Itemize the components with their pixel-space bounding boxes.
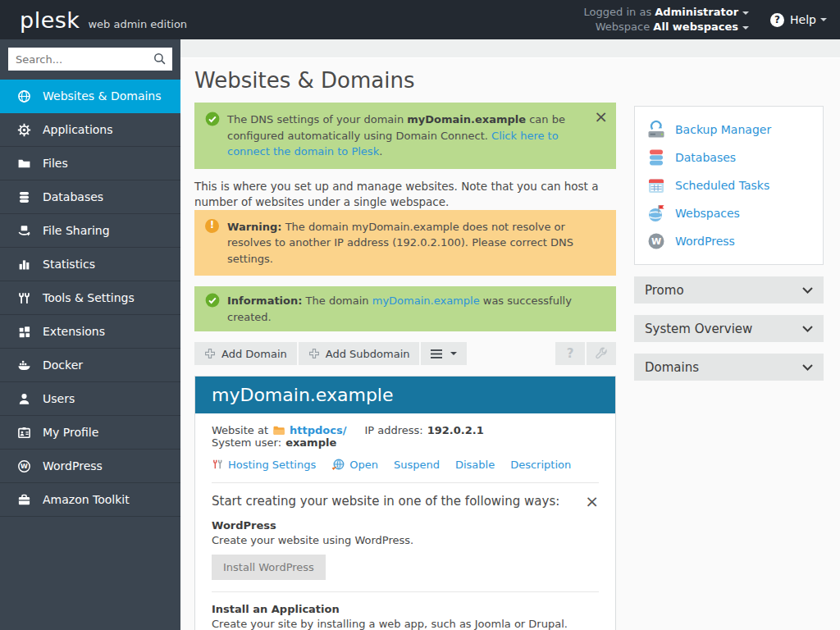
sidebar-item-wordpress[interactable]: W WordPress [0, 450, 180, 483]
domain-card: myDomain.example Website at httpdocs/ [194, 376, 616, 630]
sidebar-item-websites-domains[interactable]: Websites & Domains [0, 80, 180, 113]
search-icon [153, 52, 167, 66]
database-stack-icon [646, 148, 666, 167]
created-domain-link[interactable]: myDomain.example [372, 294, 480, 307]
wrench-icon [595, 347, 608, 360]
panel-domains[interactable]: Domains [634, 354, 824, 381]
plesk-logo-text: plesk [20, 9, 80, 31]
hosting-settings-icon [212, 458, 224, 471]
help-menu[interactable]: ? Help [770, 13, 827, 27]
globe-flag-icon [646, 203, 666, 223]
warning-icon: ! [205, 219, 219, 233]
plesk-logo-edition: web admin edition [88, 18, 187, 30]
domain-actions-row: Hosting Settings Open Suspend Disable [212, 458, 599, 471]
tools-icon [17, 291, 31, 305]
globe-icon [17, 89, 31, 103]
content-area: Websites & Domains The DNS settings of y… [180, 39, 840, 630]
docker-whale-icon [17, 358, 31, 372]
dns-warning-notice: ! Warning: The domain myDomain.example d… [194, 210, 616, 276]
help-context-button[interactable]: ? [555, 342, 585, 365]
option-app-heading: Install an Application [212, 603, 599, 615]
webspace-row: Webspace All webspaces [584, 20, 750, 34]
option-install-application: Install an Application Create your site … [212, 592, 599, 630]
panel-promo[interactable]: Promo [634, 276, 824, 304]
hamburger-menu-icon [431, 349, 443, 359]
webspace-label: Webspace [596, 21, 650, 33]
gear-icon [17, 123, 31, 137]
chevron-down-icon [802, 326, 813, 332]
sidebar-item-docker[interactable]: Docker [0, 349, 180, 382]
open-site-link[interactable]: Open [349, 459, 378, 471]
shortcut-wordpress[interactable]: W WordPress [646, 227, 811, 255]
more-actions-button[interactable] [421, 342, 467, 365]
dns-connect-notice: The DNS settings of your domain myDomain… [194, 103, 616, 169]
shortcuts-card: Backup Manager Databases [634, 106, 824, 265]
shortcut-databases[interactable]: Databases [646, 144, 811, 171]
option-wordpress-heading: WordPress [212, 519, 599, 532]
sidebar-item-file-sharing[interactable]: File Sharing [0, 214, 180, 248]
calendar-icon [646, 176, 666, 195]
sidebar-item-statistics[interactable]: Statistics [0, 248, 180, 281]
domain-card-title: myDomain.example [195, 377, 615, 413]
plesk-logo[interactable]: plesk web admin edition [20, 9, 187, 31]
shortcut-webspaces[interactable]: Webspaces [646, 199, 811, 227]
plus-icon [204, 348, 216, 359]
success-icon [205, 293, 220, 308]
wordpress-icon: W [17, 459, 31, 473]
shortcut-scheduled-tasks[interactable]: Scheduled Tasks [646, 171, 811, 199]
user-menu[interactable]: Administrator [655, 6, 749, 18]
sidebar-item-files[interactable]: Files [0, 147, 180, 180]
user-icon [17, 392, 31, 406]
close-icon[interactable]: × [585, 494, 599, 509]
shortcut-backup-manager[interactable]: Backup Manager [646, 116, 811, 144]
domain-meta-row: Website at httpdocs/ IP address: 192.0.2… [212, 424, 599, 449]
intro-text: This is where you set up and manage webs… [194, 179, 616, 210]
sidebar-item-applications[interactable]: Applications [0, 113, 180, 147]
search-input[interactable] [8, 48, 172, 71]
right-sidebar: Backup Manager Databases [634, 58, 824, 630]
disable-link[interactable]: Disable [455, 459, 495, 471]
sidebar-item-my-profile[interactable]: My Profile [0, 416, 180, 450]
sidebar-search [8, 48, 172, 71]
bar-chart-icon [17, 258, 31, 272]
start-creating-title: Start creating your website in one of th… [212, 494, 559, 509]
ip-label: IP address: [364, 424, 422, 436]
main-column: Websites & Domains The DNS settings of y… [194, 58, 616, 630]
sidebar-item-users[interactable]: Users [0, 382, 180, 416]
sidebar-item-amazon-toolkit[interactable]: Amazon Toolkit [0, 483, 180, 517]
sidebar-item-databases[interactable]: Databases [0, 180, 180, 214]
folder-icon [17, 157, 31, 171]
svg-text:W: W [651, 236, 661, 247]
page-header-strip [180, 39, 840, 58]
sidebar-item-tools-settings[interactable]: Tools & Settings [0, 281, 180, 315]
tools-context-button[interactable] [587, 342, 616, 365]
add-domain-button[interactable]: Add Domain [194, 342, 297, 365]
sidebar-item-extensions[interactable]: Extensions [0, 315, 180, 349]
close-icon[interactable]: × [594, 108, 608, 125]
option-wordpress: WordPress Create your website using Word… [212, 509, 599, 580]
suspend-link[interactable]: Suspend [394, 459, 440, 471]
svg-text:W: W [21, 463, 28, 470]
domain-created-notice: Information: The domain myDomain.example… [194, 286, 616, 331]
option-app-desc: Create your site by installing a web app… [212, 618, 599, 630]
webspace-menu[interactable]: All webspaces [653, 21, 749, 33]
toolbox-icon [17, 493, 31, 507]
website-at-label: Website at [212, 424, 268, 436]
plus-icon [308, 348, 320, 359]
hosting-settings-link[interactable]: Hosting Settings [228, 459, 316, 471]
sidebar-nav: Websites & Domains Applications Files [0, 80, 180, 517]
caret-down-icon [820, 18, 827, 21]
panel-system-overview[interactable]: System Overview [634, 315, 824, 342]
question-icon: ? [567, 346, 574, 361]
success-icon [205, 112, 220, 126]
description-link[interactable]: Description [510, 459, 571, 471]
docroot-link[interactable]: httpdocs/ [290, 424, 346, 436]
option-wordpress-desc: Create your website using WordPress. [212, 534, 599, 546]
add-subdomain-button[interactable]: Add Subdomain [299, 342, 420, 365]
sidebar: Websites & Domains Applications Files [0, 39, 180, 630]
wordpress-icon: W [646, 231, 666, 251]
topbar: plesk web admin edition Logged in as Adm… [0, 0, 840, 39]
install-wordpress-button[interactable]: Install WordPress [212, 555, 326, 580]
sysuser-label: System user: [212, 436, 281, 449]
page-title: Websites & Domains [194, 68, 616, 93]
